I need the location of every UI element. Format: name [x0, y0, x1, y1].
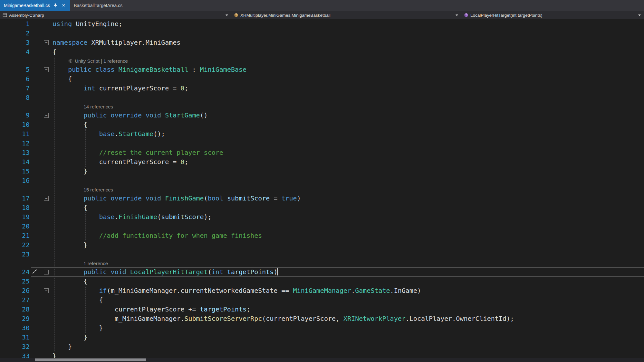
fold-margin[interactable]	[40, 29, 53, 38]
glyph-margin[interactable]	[30, 250, 40, 259]
fold-margin[interactable]	[40, 74, 53, 84]
line-number[interactable]: 8	[0, 93, 30, 102]
line-number[interactable]: 19	[0, 212, 30, 222]
fold-margin[interactable]	[40, 314, 53, 323]
codelens-text[interactable]: 1 reference	[83, 261, 108, 266]
code-line[interactable]: 30 }	[0, 323, 644, 333]
line-number[interactable]: 21	[0, 231, 30, 240]
line-number[interactable]: 18	[0, 203, 30, 212]
fold-margin[interactable]	[40, 212, 53, 222]
glyph-margin[interactable]	[30, 129, 40, 139]
fold-margin[interactable]	[40, 129, 53, 139]
line-number[interactable]: 26	[0, 286, 30, 295]
fold-toggle[interactable]: −	[44, 288, 49, 293]
glyph-margin[interactable]	[30, 333, 40, 342]
line-number[interactable]: 10	[0, 120, 30, 129]
glyph-margin[interactable]	[30, 74, 40, 84]
glyph-margin[interactable]	[30, 305, 40, 314]
glyph-margin[interactable]	[30, 84, 40, 93]
fold-margin[interactable]	[40, 84, 53, 93]
glyph-margin[interactable]	[30, 139, 40, 148]
glyph-margin[interactable]	[30, 148, 40, 157]
line-number[interactable]: 2	[0, 29, 30, 38]
line-number[interactable]: 15	[0, 167, 30, 176]
fold-margin[interactable]	[40, 148, 53, 157]
glyph-margin[interactable]	[30, 47, 40, 57]
glyph-margin[interactable]	[30, 222, 40, 231]
fold-margin[interactable]	[40, 203, 53, 212]
code-line[interactable]: 19 base.FinishGame(submitScore);	[0, 212, 644, 222]
code-line[interactable]: 6 {	[0, 74, 644, 84]
code-line[interactable]: 22 }	[0, 240, 644, 250]
type-dropdown[interactable]: XRMultiplayer.MiniGames.MinigameBasketba…	[231, 11, 461, 19]
line-number[interactable]: 29	[0, 314, 30, 323]
member-dropdown[interactable]: LocalPlayerHitTarget(int targetPoints)	[461, 11, 644, 19]
code-line[interactable]: 17− public override void FinishGame(bool…	[0, 194, 644, 203]
line-number[interactable]: 7	[0, 84, 30, 93]
line-number[interactable]: 13	[0, 148, 30, 157]
fold-toggle[interactable]: −	[44, 270, 49, 274]
line-number[interactable]: 20	[0, 222, 30, 231]
fold-margin[interactable]: −	[40, 111, 53, 120]
fold-margin[interactable]: −	[40, 65, 53, 74]
codelens-text[interactable]: 14 references	[83, 104, 113, 109]
line-number[interactable]: 1	[0, 19, 30, 29]
codelens[interactable]: Unity Script | 1 reference	[0, 57, 644, 65]
fold-margin[interactable]: −	[40, 194, 53, 203]
tab-basketballtargetarea[interactable]: BasketballTargetArea.cs	[70, 0, 126, 11]
code-line[interactable]: 25 {	[0, 277, 644, 286]
code-line[interactable]: 11 base.StartGame();	[0, 129, 644, 139]
fold-margin[interactable]: −	[40, 267, 53, 277]
code-line[interactable]: 20	[0, 222, 644, 231]
codelens[interactable]: 1 reference	[0, 259, 644, 267]
fold-margin[interactable]	[40, 176, 53, 185]
fold-margin[interactable]	[40, 222, 53, 231]
glyph-margin[interactable]	[30, 314, 40, 323]
line-number[interactable]: 24	[0, 267, 30, 277]
fold-margin[interactable]	[40, 157, 53, 167]
glyph-margin[interactable]	[30, 29, 40, 38]
code-line[interactable]: 12	[0, 139, 644, 148]
line-number[interactable]: 31	[0, 333, 30, 342]
pin-icon[interactable]	[53, 3, 58, 8]
fold-margin[interactable]: −	[40, 286, 53, 295]
line-number[interactable]: 23	[0, 250, 30, 259]
quick-actions-icon[interactable]	[32, 267, 38, 277]
fold-margin[interactable]	[40, 240, 53, 250]
tab-minigamebasketball[interactable]: MinigameBasketball.cs ×	[0, 0, 70, 11]
fold-margin[interactable]	[40, 305, 53, 314]
fold-margin[interactable]	[40, 93, 53, 102]
code-line[interactable]: 16	[0, 176, 644, 185]
line-number[interactable]: 4	[0, 47, 30, 57]
line-number[interactable]: 32	[0, 342, 30, 351]
fold-margin[interactable]	[40, 323, 53, 333]
code-line[interactable]: 15 }	[0, 167, 644, 176]
glyph-margin[interactable]	[30, 65, 40, 74]
line-number[interactable]: 3	[0, 38, 30, 47]
line-number[interactable]: 14	[0, 157, 30, 167]
line-number[interactable]: 28	[0, 305, 30, 314]
code-line[interactable]: 7 int currentPlayerScore = 0;	[0, 84, 644, 93]
fold-toggle[interactable]: −	[44, 196, 49, 201]
glyph-margin[interactable]	[30, 19, 40, 29]
fold-margin[interactable]	[40, 47, 53, 57]
fold-margin[interactable]	[40, 277, 53, 286]
codelens-text[interactable]: 15 references	[83, 187, 113, 192]
scrollbar-thumb[interactable]	[35, 358, 146, 361]
line-number[interactable]: 5	[0, 65, 30, 74]
line-number[interactable]: 25	[0, 277, 30, 286]
code-line[interactable]: 5− public class MinigameBasketball : Min…	[0, 65, 644, 74]
codelens[interactable]: 14 references	[0, 102, 644, 111]
glyph-margin[interactable]	[30, 93, 40, 102]
fold-margin[interactable]	[40, 120, 53, 129]
close-icon[interactable]: ×	[61, 3, 66, 8]
glyph-margin[interactable]	[30, 176, 40, 185]
line-number[interactable]: 30	[0, 323, 30, 333]
codelens[interactable]: 15 references	[0, 185, 644, 194]
glyph-margin[interactable]	[30, 323, 40, 333]
glyph-margin[interactable]	[30, 111, 40, 120]
code-line[interactable]: 2	[0, 29, 644, 38]
fold-toggle[interactable]: −	[44, 113, 49, 118]
glyph-margin[interactable]	[30, 286, 40, 295]
line-number[interactable]: 17	[0, 194, 30, 203]
